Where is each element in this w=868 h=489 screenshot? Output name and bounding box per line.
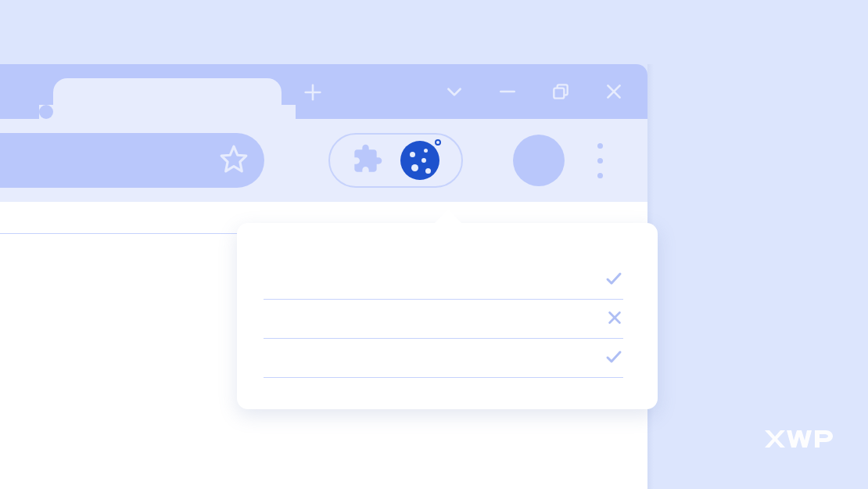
check-icon [604, 269, 623, 291]
restore-button[interactable] [551, 81, 571, 105]
popup-row[interactable] [264, 261, 623, 300]
check-icon [604, 347, 623, 369]
popup-row[interactable] [264, 339, 623, 378]
cookie-extension-icon[interactable] [400, 141, 439, 180]
toolbar [0, 119, 647, 202]
svg-rect-3 [554, 88, 564, 99]
address-bar[interactable] [0, 133, 264, 188]
new-tab-button[interactable] [302, 81, 324, 106]
popup-row[interactable] [264, 300, 623, 339]
extensions-icon[interactable] [352, 143, 383, 178]
browser-menu-button[interactable] [597, 143, 603, 178]
profile-avatar[interactable] [513, 135, 565, 186]
active-tab[interactable] [53, 78, 282, 119]
tabs-dropdown-icon[interactable] [444, 81, 464, 105]
extension-popup [237, 223, 658, 409]
minimize-button[interactable] [497, 81, 518, 105]
close-button[interactable] [604, 81, 624, 105]
tab-strip [0, 64, 647, 119]
svg-marker-6 [221, 146, 246, 171]
bookmark-star-icon[interactable] [219, 144, 249, 177]
extensions-pill [328, 133, 463, 188]
cross-icon [606, 309, 623, 329]
xwp-logo [765, 427, 837, 454]
